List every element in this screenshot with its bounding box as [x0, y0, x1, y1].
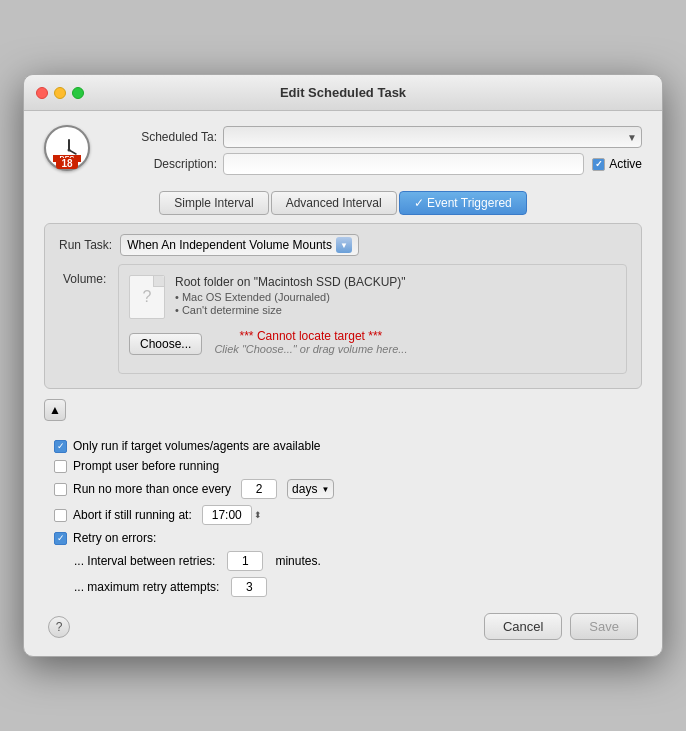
run-no-more-label: Run no more than once every [73, 482, 231, 496]
only-run-row: ✓ Only run if target volumes/agents are … [54, 439, 642, 453]
run-task-label: Run Task: [59, 238, 112, 252]
scheduled-task-label: Scheduled Ta: [112, 130, 217, 144]
run-no-more-checkbox[interactable] [54, 483, 67, 496]
volume-row: Volume: ? Root folder on "Macintosh SSD … [59, 264, 627, 374]
action-buttons: Cancel Save [484, 613, 638, 640]
active-label: Active [609, 157, 642, 171]
chevron-up-icon: ▲ [49, 403, 61, 417]
volume-hint-text: Cliek "Choose..." or drag volume here... [214, 343, 407, 355]
run-interval-unit-value: days [292, 482, 317, 496]
scheduled-task-row: Scheduled Ta: ▼ [112, 126, 642, 148]
retry-checkbox[interactable]: ✓ [54, 532, 67, 545]
volume-status: *** Cannot locate target *** Cliek "Choo… [214, 325, 407, 355]
tab-event[interactable]: ✓ Event Triggered [399, 191, 527, 215]
cancel-button[interactable]: Cancel [484, 613, 562, 640]
active-checkbox[interactable]: ✓ [592, 158, 605, 171]
titlebar: Edit Scheduled Task [24, 75, 662, 111]
volume-box: ? Root folder on "Macintosh SSD (BACKUP)… [118, 264, 627, 374]
volume-info-row: ? Root folder on "Macintosh SSD (BACKUP)… [129, 275, 616, 319]
maximize-button[interactable] [72, 87, 84, 99]
active-row: ✓ Active [592, 157, 642, 171]
retry-interval-row: ... Interval between retries: minutes. [54, 551, 642, 571]
close-button[interactable] [36, 87, 48, 99]
main-section-box: Run Task: When An Independent Volume Mou… [44, 223, 642, 389]
run-interval-unit-select[interactable]: days ▼ [287, 479, 334, 499]
volume-error-text: *** Cannot locate target *** [214, 329, 407, 343]
help-button[interactable]: ? [48, 616, 70, 638]
clock-icon: DEC 18 [44, 125, 100, 181]
abort-time-container: ⬍ [202, 505, 262, 525]
volume-bottom-row: Choose... *** Cannot locate target *** C… [129, 325, 616, 355]
run-task-row: Run Task: When An Independent Volume Mou… [59, 234, 627, 256]
window-title: Edit Scheduled Task [280, 85, 406, 100]
dropdown-arrow-icon: ▼ [627, 132, 637, 143]
prompt-row: Prompt user before running [54, 459, 642, 473]
retry-interval-input[interactable] [227, 551, 263, 571]
max-retries-input[interactable] [231, 577, 267, 597]
only-run-checkbox[interactable]: ✓ [54, 440, 67, 453]
clock-hands-svg [46, 127, 92, 173]
clock-face: DEC 18 [44, 125, 90, 171]
volume-details: Root folder on "Macintosh SSD (BACKUP)" … [175, 275, 406, 317]
collapse-button[interactable]: ▲ [44, 399, 66, 421]
run-task-select[interactable]: When An Independent Volume Mounts ▼ [120, 234, 359, 256]
max-retries-row: ... maximum retry attempts: [54, 577, 642, 597]
minimize-button[interactable] [54, 87, 66, 99]
max-retries-label: ... maximum retry attempts: [74, 580, 219, 594]
only-run-label: Only run if target volumes/agents are av… [73, 439, 320, 453]
header-row: DEC 18 Scheduled Ta: ▼ [44, 125, 642, 181]
days-dropdown-icon: ▼ [321, 485, 329, 494]
select-arrow-icon: ▼ [336, 237, 352, 253]
run-task-value: When An Independent Volume Mounts [127, 238, 332, 252]
volume-file-icon: ? [129, 275, 165, 319]
footer-row: ? Cancel Save [44, 603, 642, 640]
abort-checkbox[interactable] [54, 509, 67, 522]
save-button[interactable]: Save [570, 613, 638, 640]
description-row: Description: ✓ Active [112, 153, 642, 175]
volume-detail-2: Can't determine size [175, 304, 406, 316]
scheduled-task-input[interactable]: ▼ [223, 126, 642, 148]
run-no-more-row: Run no more than once every days ▼ [54, 479, 642, 499]
volume-label: Volume: [63, 264, 118, 286]
volume-detail-1: Mac OS Extended (Journaled) [175, 291, 406, 303]
prompt-checkbox[interactable] [54, 460, 67, 473]
content: DEC 18 Scheduled Ta: ▼ [24, 111, 662, 656]
collapse-row: ▲ [44, 399, 642, 429]
run-interval-input[interactable] [241, 479, 277, 499]
window: Edit Scheduled Task DEC 18 [23, 74, 663, 657]
retry-interval-label: ... Interval between retries: [74, 554, 215, 568]
options-section: ✓ Only run if target volumes/agents are … [44, 435, 642, 597]
description-label: Description: [112, 157, 217, 171]
tab-advanced[interactable]: Advanced Interval [271, 191, 397, 215]
retry-label: Retry on errors: [73, 531, 156, 545]
tabs-row: Simple Interval Advanced Interval ✓ Even… [44, 191, 642, 215]
time-stepper-icon[interactable]: ⬍ [254, 510, 262, 520]
retry-row: ✓ Retry on errors: [54, 531, 642, 545]
tab-simple[interactable]: Simple Interval [159, 191, 268, 215]
prompt-label: Prompt user before running [73, 459, 219, 473]
abort-row: Abort if still running at: ⬍ [54, 505, 642, 525]
volume-name: Root folder on "Macintosh SSD (BACKUP)" [175, 275, 406, 289]
svg-line-2 [69, 150, 76, 154]
retry-interval-unit: minutes. [275, 554, 320, 568]
field-rows: Scheduled Ta: ▼ Description: ✓ Active [112, 126, 642, 180]
traffic-lights [36, 87, 84, 99]
choose-button[interactable]: Choose... [129, 333, 202, 355]
abort-label: Abort if still running at: [73, 508, 192, 522]
file-icon: ? [143, 288, 152, 306]
description-input[interactable] [223, 153, 584, 175]
abort-time-input[interactable] [202, 505, 252, 525]
